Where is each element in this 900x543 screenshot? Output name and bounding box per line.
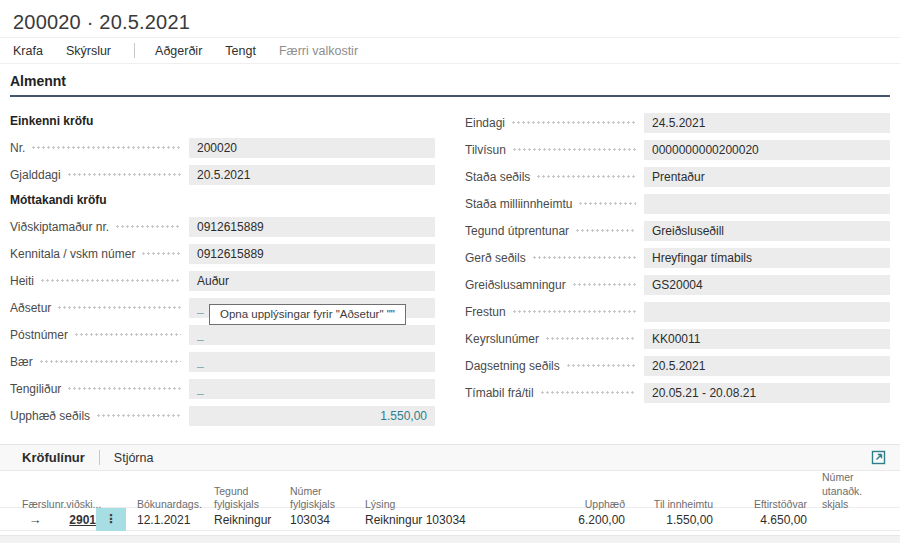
field-label-tilvisun: Tilvísun — [465, 143, 506, 157]
general-section: Almennt Einkenni kröfu Nr. 200020 Gjaldd… — [10, 72, 890, 429]
cell-remaining[interactable]: 4.650,00 — [713, 513, 807, 527]
col-header-posting-date[interactable]: Bókunardags. — [126, 498, 208, 512]
field-row-dagsetning-sedils: Dagsetning seðils 20.5.2021 — [465, 352, 890, 379]
field-row-tilvisun: Tilvísun 0000000000200020 — [465, 136, 890, 163]
menu-item-adgerdir[interactable]: Aðgerðir — [155, 44, 202, 58]
field-row-tegund-utprentunar: Tegund útprentunar Greiðsluseðill — [465, 217, 890, 244]
general-left-column: Einkenni kröfu Nr. 200020 Gjalddagi 20.5… — [10, 109, 435, 429]
field-row-nr: Nr. 200020 — [10, 134, 435, 161]
dotted-leader — [115, 213, 181, 240]
cell-description[interactable]: Reikningur 103034 — [360, 513, 560, 527]
field-label-dagsetning-sedils: Dagsetning seðils — [465, 359, 560, 373]
tab-divider — [99, 450, 100, 465]
dotted-leader — [39, 348, 181, 375]
lines-header-row: Færslunr.viðski... Bókunardags. Tegund f… — [0, 471, 900, 508]
field-row-vidskiptamadur-nr: Viðskiptamaður nr. 0912615889 — [10, 213, 435, 240]
dotted-leader — [545, 325, 636, 352]
lines-tabbar: Kröfulínur Stjórna — [0, 444, 900, 471]
field-row-timabil: Tímabil frá/til 20.05.21 - 20.08.21 — [465, 379, 890, 406]
menu-item-fewer-options[interactable]: Færri valkostir — [279, 44, 358, 58]
col-header-amount[interactable]: Upphæð — [560, 498, 625, 512]
cell-entry-no: 2901 — [48, 513, 96, 527]
field-value-heiti[interactable]: Auður — [189, 271, 435, 291]
field-label-frestun: Frestun — [465, 305, 506, 319]
field-value-stada-milliinnheimtu[interactable] — [644, 194, 890, 214]
entry-no-link[interactable]: 2901 — [69, 513, 96, 527]
cell-posting-date[interactable]: 12.1.2021 — [126, 513, 208, 527]
field-value-dagsetning-sedils[interactable]: 20.5.2021 — [644, 356, 890, 376]
col-header-description[interactable]: Lýsing — [360, 498, 560, 512]
field-value-tengilidur[interactable]: _ — [189, 379, 435, 399]
menu-item-skyrslur[interactable]: Skýrslur — [66, 44, 111, 58]
field-value-kennitala[interactable]: 0912615889 — [189, 244, 435, 264]
col-header-to-collect[interactable]: Til innheimtu — [625, 498, 713, 512]
dotted-leader — [512, 298, 636, 325]
field-row-frestun: Frestun — [465, 298, 890, 325]
field-label-heiti: Heiti — [10, 274, 34, 288]
field-row-keyrslunumer: Keyrslunúmer KK00011 — [465, 325, 890, 352]
dotted-leader — [511, 109, 636, 136]
cell-doc-no[interactable]: 103034 — [284, 513, 360, 527]
dotted-leader — [532, 244, 636, 271]
field-value-tegund-utprentunar[interactable]: Greiðsluseðill — [644, 221, 890, 241]
focus-mode-icon[interactable] — [871, 450, 886, 465]
field-row-heiti: Heiti Auður — [10, 267, 435, 294]
col-header-external-no[interactable]: Númer utanaðk. skjals — [807, 471, 887, 512]
cell-doc-type[interactable]: Reikningur — [208, 513, 284, 527]
general-fields-grid: Einkenni kröfu Nr. 200020 Gjalddagi 20.5… — [10, 97, 890, 429]
field-value-frestun[interactable] — [644, 302, 890, 322]
field-value-stada-sedils[interactable]: Prentaður — [644, 167, 890, 187]
field-value-timabil[interactable]: 20.05.21 - 20.08.21 — [644, 383, 890, 403]
field-value-postnumer[interactable]: _ — [189, 325, 435, 345]
field-label-gerd-sedils: Gerð seðils — [465, 251, 526, 265]
field-value-keyrslunumer[interactable]: KK00011 — [644, 329, 890, 349]
field-label-vidskiptamadur-nr: Viðskiptamaður nr. — [10, 220, 109, 234]
field-value-nr[interactable]: 200020 — [189, 138, 435, 158]
general-section-heading[interactable]: Almennt — [10, 72, 890, 97]
field-label-kennitala: Kennitala / vskm númer — [10, 247, 135, 261]
bottom-strip — [0, 535, 900, 543]
field-value-vidskiptamadur-nr[interactable]: 0912615889 — [189, 217, 435, 237]
field-row-gerd-sedils: Gerð seðils Hreyfingar tímabils — [465, 244, 890, 271]
tab-krofulinur[interactable]: Kröfulínur — [22, 450, 85, 465]
field-value-upphaed-sedils[interactable]: 1.550,00 — [189, 406, 435, 426]
field-label-tegund-utprentunar: Tegund útprentunar — [465, 224, 569, 238]
dotted-leader — [40, 267, 181, 294]
menu-item-krafa[interactable]: Krafa — [13, 44, 43, 58]
field-value-gjalddagi[interactable]: 20.5.2021 — [189, 165, 435, 185]
field-row-kennitala: Kennitala / vskm númer 0912615889 — [10, 240, 435, 267]
field-value-tilvisun[interactable]: 0000000000200020 — [644, 140, 890, 160]
dotted-leader — [31, 134, 181, 161]
col-header-entry-no[interactable]: Færslunr.viðski... — [22, 498, 96, 512]
field-label-postnumer: Póstnúmer — [10, 328, 68, 342]
field-label-stada-milliinnheimtu: Staða milliinnheimtu — [465, 197, 572, 211]
field-value-eindagi[interactable]: 24.5.2021 — [644, 113, 890, 133]
dotted-leader — [566, 352, 636, 379]
field-value-greidslusamningur[interactable]: GS20004 — [644, 275, 890, 295]
dotted-leader — [512, 136, 636, 163]
col-header-remaining[interactable]: Eftirstöðvar — [713, 498, 807, 512]
general-right-column: Eindagi 24.5.2021 Tilvísun 0000000000200… — [465, 109, 890, 429]
group-heading-mottakandi-krofu: Móttakandi kröfu — [10, 188, 435, 213]
field-value-baer[interactable]: _ — [189, 352, 435, 372]
action-menubar: Krafa Skýrslur Aðgerðir Tengt Færri valk… — [0, 38, 900, 64]
dotted-leader — [141, 240, 181, 267]
dotted-leader — [96, 402, 181, 429]
row-ellipsis-menu-icon[interactable]: ⋮ — [96, 508, 126, 531]
field-value-gerd-sedils[interactable]: Hreyfingar tímabils — [644, 248, 890, 268]
lines-manage-menu[interactable]: Stjórna — [114, 451, 154, 465]
col-header-doc-type[interactable]: Tegund fylgiskjals — [208, 485, 284, 512]
cell-to-collect[interactable]: 1.550,00 — [625, 513, 713, 527]
field-label-keyrslunumer: Keyrslunúmer — [465, 332, 539, 346]
field-label-adsetur: Aðsetur — [10, 301, 51, 315]
col-header-doc-no[interactable]: Númer fylgiskjals — [284, 485, 360, 512]
field-label-stada-sedils: Staða seðils — [465, 170, 530, 184]
field-row-stada-sedils: Staða seðils Prentaður — [465, 163, 890, 190]
field-label-upphaed-sedils: Upphæð seðils — [10, 409, 90, 423]
menu-item-tengt[interactable]: Tengt — [225, 44, 256, 58]
field-row-eindagi: Eindagi 24.5.2021 — [465, 109, 890, 136]
field-label-tengilidur: Tengiliður — [10, 382, 61, 396]
cell-amount[interactable]: 6.200,00 — [560, 513, 625, 527]
field-label-timabil: Tímabil frá/til — [465, 386, 534, 400]
field-label-gjalddagi: Gjalddagi — [10, 168, 61, 182]
